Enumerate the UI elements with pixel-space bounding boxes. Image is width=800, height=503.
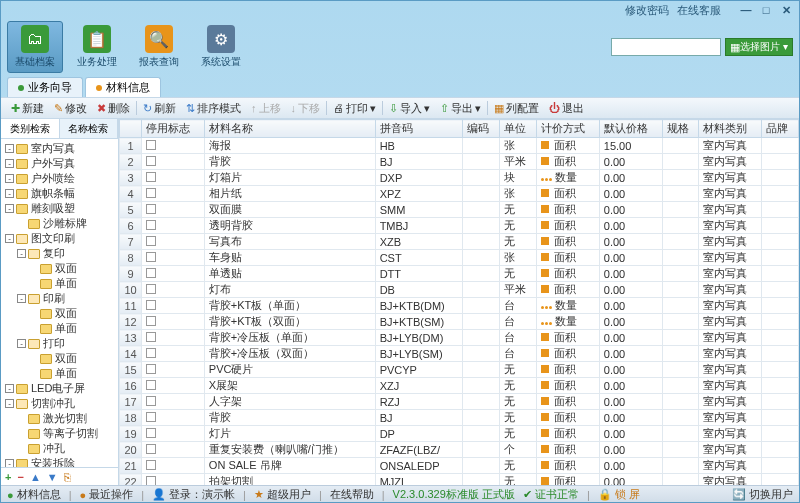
export-button[interactable]: ⇧导出▾ [436, 99, 485, 117]
tree-item[interactable]: 沙雕标牌 [3, 216, 116, 231]
ribbon-报表查询[interactable]: 🔍报表查询 [131, 21, 187, 73]
table-row[interactable]: 22拍架切割MJZL无 面积0.00室内写真 [120, 474, 799, 486]
disable-checkbox[interactable] [146, 300, 156, 310]
tab-材料信息[interactable]: 材料信息 [85, 77, 161, 97]
table-row[interactable]: 2背胶BJ平米 面积0.00室内写真 [120, 154, 799, 170]
disable-checkbox[interactable] [146, 476, 156, 486]
maximize-button[interactable]: □ [759, 4, 773, 16]
table-row[interactable]: 17人字架RZJ无 面积0.00室内写真 [120, 394, 799, 410]
disable-checkbox[interactable] [146, 364, 156, 374]
col-header[interactable]: 计价方式 [536, 120, 599, 138]
disable-checkbox[interactable] [146, 172, 156, 182]
disable-checkbox[interactable] [146, 412, 156, 422]
disable-checkbox[interactable] [146, 380, 156, 390]
colcfg-button[interactable]: ▦列配置 [490, 99, 543, 117]
table-row[interactable]: 1海报HB张 面积15.00室内写真 [120, 138, 799, 154]
tree-item[interactable]: 双面 [3, 306, 116, 321]
disable-checkbox[interactable] [146, 236, 156, 246]
search-input[interactable] [611, 38, 721, 56]
col-header[interactable]: 停用标志 [142, 120, 205, 138]
table-row[interactable]: 9单透贴DTT无 面积0.00室内写真 [120, 266, 799, 282]
tree-item[interactable]: -印刷 [3, 291, 116, 306]
tree-item[interactable]: 双面 [3, 351, 116, 366]
col-header[interactable]: 规格 [662, 120, 699, 138]
tree-item[interactable]: -雕刻吸塑 [3, 201, 116, 216]
ribbon-基础档案[interactable]: 🗂基础档案 [7, 21, 63, 73]
status-help[interactable]: 在线帮助 [330, 487, 374, 502]
status-lock[interactable]: 🔒锁 屏 [598, 487, 640, 502]
disable-checkbox[interactable] [146, 188, 156, 198]
table-row[interactable]: 12背胶+KT板（双面）BJ+KTB(SM)台 数量0.00室内写真 [120, 314, 799, 330]
col-header[interactable]: 单位 [500, 120, 537, 138]
col-header[interactable]: 材料名称 [204, 120, 375, 138]
table-row[interactable]: 19灯片DP无 面积0.00室内写真 [120, 426, 799, 442]
delete-button[interactable]: ✖删除 [93, 99, 134, 117]
table-row[interactable]: 8车身贴CST张 面积0.00室内写真 [120, 250, 799, 266]
tree-edit-button[interactable]: ⎘ [64, 471, 71, 483]
table-row[interactable]: 18背胶BJ无 面积0.00室内写真 [120, 410, 799, 426]
tree-item[interactable]: 单面 [3, 276, 116, 291]
disable-checkbox[interactable] [146, 204, 156, 214]
table-row[interactable]: 11背胶+KT板（单面）BJ+KTB(DM)台 数量0.00室内写真 [120, 298, 799, 314]
disable-checkbox[interactable] [146, 220, 156, 230]
disable-checkbox[interactable] [146, 428, 156, 438]
tree-up-button[interactable]: ▲ [30, 471, 41, 483]
select-image-button[interactable]: ▦ 选择图片 ▾ [725, 38, 793, 56]
ribbon-业务处理[interactable]: 📋业务处理 [69, 21, 125, 73]
disable-checkbox[interactable] [146, 316, 156, 326]
disable-checkbox[interactable] [146, 252, 156, 262]
tree-item[interactable]: -LED电子屏 [3, 381, 116, 396]
tree-item[interactable]: 等离子切割 [3, 426, 116, 441]
col-header[interactable]: 品牌 [762, 120, 799, 138]
disable-checkbox[interactable] [146, 284, 156, 294]
tree-item[interactable]: -切割冲孔 [3, 396, 116, 411]
import-button[interactable]: ⇩导入▾ [385, 99, 434, 117]
tree-down-button[interactable]: ▼ [47, 471, 58, 483]
tree-item[interactable]: 双面 [3, 261, 116, 276]
col-header[interactable]: 编码 [463, 120, 500, 138]
edit-button[interactable]: ✎修改 [50, 99, 91, 117]
sort-button[interactable]: ⇅排序模式 [182, 99, 245, 117]
table-row[interactable]: 20重复安装费（喇叭嘴/门推）ZFAZF(LBZ/个 面积0.00室内写真 [120, 442, 799, 458]
online-service-link[interactable]: 在线客服 [677, 3, 721, 18]
tree-del-button[interactable]: − [17, 471, 23, 483]
minimize-button[interactable]: — [739, 4, 753, 16]
tree-item[interactable]: -旗帜条幅 [3, 186, 116, 201]
table-row[interactable]: 21ON SALE 吊牌ONSALEDP无 面积0.00室内写真 [120, 458, 799, 474]
up-button[interactable]: ↑上移 [247, 99, 285, 117]
change-password-link[interactable]: 修改密码 [625, 3, 669, 18]
tree-item[interactable]: 单面 [3, 321, 116, 336]
table-row[interactable]: 7写真布XZB无 面积0.00室内写真 [120, 234, 799, 250]
table-row[interactable]: 6透明背胶TMBJ无 面积0.00室内写真 [120, 218, 799, 234]
tree-item[interactable]: -复印 [3, 246, 116, 261]
disable-checkbox[interactable] [146, 444, 156, 454]
tree-item[interactable]: 冲孔 [3, 441, 116, 456]
close-button[interactable]: ✕ [779, 4, 793, 16]
print-button[interactable]: 🖨打印▾ [329, 99, 380, 117]
table-row[interactable]: 14背胶+冷压板（双面）BJ+LYB(SM)台 面积0.00室内写真 [120, 346, 799, 362]
col-header[interactable]: 材料类别 [699, 120, 762, 138]
down-button[interactable]: ↓下移 [287, 99, 325, 117]
refresh-button[interactable]: ↻刷新 [139, 99, 180, 117]
tree-item[interactable]: -安装拆除 [3, 456, 116, 467]
table-row[interactable]: 16X展架XZJ无 面积0.00室内写真 [120, 378, 799, 394]
ribbon-系统设置[interactable]: ⚙系统设置 [193, 21, 249, 73]
disable-checkbox[interactable] [146, 396, 156, 406]
sidebar-tab-category[interactable]: 类别检索 [1, 119, 60, 138]
disable-checkbox[interactable] [146, 268, 156, 278]
disable-checkbox[interactable] [146, 332, 156, 342]
table-row[interactable]: 13背胶+冷压板（单面）BJ+LYB(DM)台 面积0.00室内写真 [120, 330, 799, 346]
disable-checkbox[interactable] [146, 140, 156, 150]
col-header[interactable]: 默认价格 [599, 120, 662, 138]
col-header[interactable]: 拼音码 [375, 120, 463, 138]
exit-button[interactable]: ⏻退出 [545, 99, 588, 117]
disable-checkbox[interactable] [146, 460, 156, 470]
tree-add-button[interactable]: + [5, 471, 11, 483]
tree-item[interactable]: 单面 [3, 366, 116, 381]
tab-业务向导[interactable]: 业务向导 [7, 77, 83, 97]
table-row[interactable]: 4相片纸XPZ张 面积0.00室内写真 [120, 186, 799, 202]
new-button[interactable]: ✚新建 [7, 99, 48, 117]
disable-checkbox[interactable] [146, 348, 156, 358]
table-row[interactable]: 10灯布DB平米 面积0.00室内写真 [120, 282, 799, 298]
table-row[interactable]: 3灯箱片DXP块 数量0.00室内写真 [120, 170, 799, 186]
